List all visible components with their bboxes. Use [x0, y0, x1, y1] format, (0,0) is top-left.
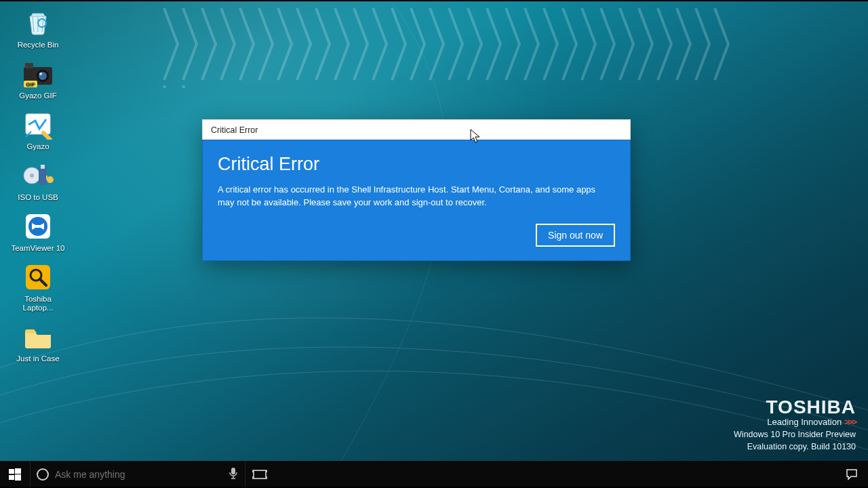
desktop-icon-gyazo-gif[interactable]: GIF Gyazo GIF — [9, 58, 66, 100]
desktop-icons: Recycle Bin GIF Gyazo GIF — [9, 7, 84, 371]
taskbar — [0, 461, 868, 488]
svg-rect-10 — [39, 167, 47, 185]
system-tray — [840, 461, 868, 488]
windows-build: Evaluation copy. Build 10130 — [734, 442, 856, 451]
desktop-icon-label: Gyazo — [9, 142, 66, 151]
desktop-icon-toshiba-laptop[interactable]: Toshiba Laptop... — [9, 261, 66, 312]
desktop-icon-just-in-case[interactable]: Just in Case — [9, 321, 66, 363]
notifications-icon — [846, 468, 858, 481]
search-input[interactable] — [55, 469, 223, 480]
desktop-icon-gyazo[interactable]: Gyazo — [9, 108, 66, 151]
desktop-screen: Recycle Bin GIF Gyazo GIF — [0, 0, 868, 488]
dialog-window-title: Critical Error — [211, 125, 258, 135]
svg-rect-23 — [231, 468, 235, 474]
svg-point-3 — [39, 73, 42, 75]
task-view-button[interactable] — [245, 461, 274, 488]
desktop-icon-label: ISO to USB — [9, 193, 66, 202]
sign-out-now-button[interactable]: Sign out now — [536, 224, 615, 247]
taskbar-tasks — [245, 461, 274, 488]
svg-rect-18 — [9, 469, 14, 474]
magnifier-icon — [22, 261, 54, 293]
desktop-icon-iso-to-usb[interactable]: ISO to USB — [9, 159, 66, 202]
iso-to-usb-icon — [22, 159, 54, 192]
svg-point-22 — [37, 469, 48, 480]
svg-rect-25 — [252, 472, 254, 477]
svg-rect-26 — [266, 472, 267, 477]
svg-rect-20 — [9, 475, 14, 480]
taskbar-search[interactable] — [30, 461, 245, 488]
dialog-body: Critical Error A critical error has occu… — [202, 140, 631, 261]
critical-error-dialog: Critical Error Critical Error A critical… — [202, 119, 631, 261]
svg-text:GIF: GIF — [26, 81, 35, 87]
desktop-icon-label: Just in Case — [9, 354, 66, 363]
dialog-heading: Critical Error — [218, 154, 615, 175]
desktop-watermark: TOSHIBA Leading Innovation>>> Windows 10… — [734, 396, 856, 451]
svg-rect-19 — [15, 468, 21, 474]
folder-icon — [22, 321, 54, 353]
task-view-icon — [252, 469, 267, 480]
desktop-icon-label: Toshiba Laptop... — [9, 295, 66, 312]
start-button[interactable] — [0, 461, 30, 488]
svg-rect-12 — [46, 176, 47, 180]
desktop-icon-label: Recycle Bin — [9, 41, 66, 49]
windows-logo-icon — [9, 468, 21, 481]
dialog-titlebar[interactable]: Critical Error — [202, 119, 631, 140]
wallpaper-chevrons — [163, 7, 746, 88]
desktop-icon-label: Gyazo GIF — [9, 92, 66, 100]
windows-edition: Windows 10 Pro Insider Preview — [734, 430, 856, 439]
camera-gif-icon: GIF — [22, 58, 54, 90]
desktop-icon-recycle-bin[interactable]: Recycle Bin — [9, 7, 66, 49]
tray-notifications-button[interactable] — [840, 461, 864, 488]
brand-name: TOSHIBA — [734, 396, 856, 418]
desktop-icon-teamviewer[interactable]: TeamViewer 10 — [9, 210, 66, 253]
dialog-actions: Sign out now — [218, 224, 615, 247]
svg-rect-15 — [33, 225, 43, 228]
cortana-circle-icon — [36, 468, 50, 481]
chevrons-icon: >>> — [844, 417, 856, 427]
svg-point-9 — [30, 174, 34, 178]
recycle-bin-icon — [22, 7, 54, 39]
gyazo-icon — [22, 108, 54, 141]
teamviewer-icon — [22, 210, 54, 243]
svg-rect-21 — [15, 474, 21, 481]
dialog-message: A critical error has occurred in the She… — [218, 183, 604, 209]
desktop-icon-label: TeamViewer 10 — [9, 244, 66, 253]
brand-tagline: Leading Innovation>>> — [734, 417, 856, 427]
svg-rect-11 — [41, 165, 45, 169]
svg-rect-24 — [253, 470, 267, 479]
microphone-icon[interactable] — [229, 467, 238, 482]
svg-rect-4 — [25, 63, 33, 68]
letterbox-top — [0, 0, 868, 1]
